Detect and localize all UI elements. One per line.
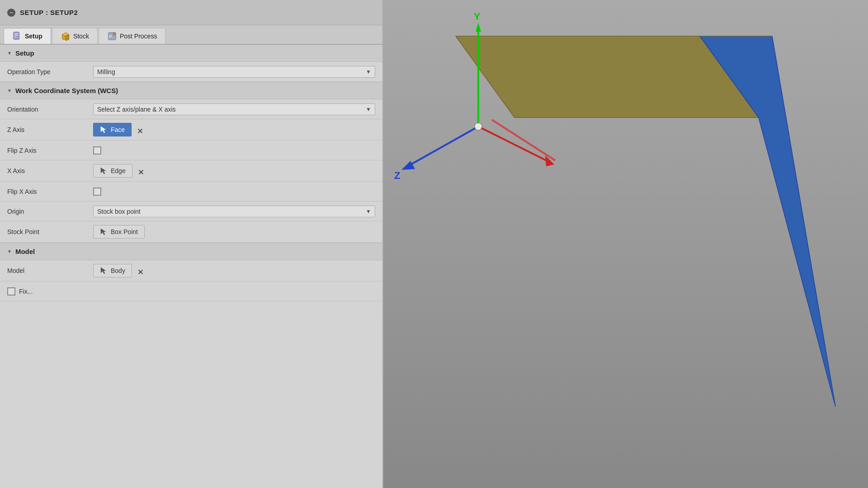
- model-section-title: Model: [15, 248, 35, 255]
- setup-section-triangle: ▼: [7, 51, 12, 56]
- partial-row-content: Fix...: [7, 287, 33, 296]
- x-axis-value: Edge ✕: [93, 164, 375, 178]
- panel-content: ▼ Setup Operation Type Milling ▼ ▼ Work …: [0, 45, 382, 488]
- stock-point-cursor-icon: [100, 228, 108, 236]
- z-axis-button[interactable]: Face: [93, 123, 132, 136]
- svg-text:Y: Y: [474, 11, 481, 22]
- tab-stock[interactable]: Stock: [52, 28, 98, 44]
- operation-type-label: Operation Type: [7, 68, 93, 75]
- z-axis-clear-button[interactable]: ✕: [137, 127, 143, 135]
- flip-z-axis-checkbox-container: [93, 146, 375, 155]
- orientation-dropdown[interactable]: Select Z axis/plane & X axis ▼: [93, 103, 375, 115]
- z-axis-cursor-icon: [100, 126, 108, 134]
- x-axis-button-label: Edge: [111, 167, 126, 174]
- scene-container: Y Z: [383, 0, 868, 488]
- left-panel: − SETUP : SETUP2 Setup Stock: [0, 0, 383, 488]
- x-axis-clear-button[interactable]: ✕: [138, 169, 144, 176]
- orientation-row: Orientation Select Z axis/plane & X axis…: [0, 99, 382, 119]
- origin-dropdown-arrow: ▼: [366, 208, 371, 215]
- flip-x-axis-label: Flip X Axis: [7, 188, 93, 195]
- origin-value: Stock box point ▼: [93, 206, 375, 217]
- operation-type-row: Operation Type Milling ▼: [0, 62, 382, 82]
- origin-label: Origin: [7, 208, 93, 215]
- tab-post-process-label: Post Process: [120, 33, 157, 40]
- svg-marker-6: [66, 34, 69, 41]
- tab-setup[interactable]: Setup: [4, 28, 51, 44]
- svg-text:P: P: [109, 34, 112, 39]
- model-clear-button[interactable]: ✕: [137, 268, 143, 276]
- model-row: Model Body ✕: [0, 260, 382, 282]
- flip-z-axis-row: Flip Z Axis: [0, 141, 382, 160]
- z-axis-label: Z Axis: [7, 126, 93, 133]
- stock-point-value: Box Point: [93, 225, 375, 239]
- x-axis-cursor-icon: [100, 167, 108, 175]
- origin-dropdown-text: Stock box point: [97, 208, 141, 215]
- origin-row: Origin Stock box point ▼: [0, 202, 382, 221]
- wcs-section-triangle: ▼: [7, 88, 12, 93]
- title-bar: − SETUP : SETUP2: [0, 0, 382, 25]
- operation-type-dropdown-text: Milling: [97, 68, 115, 75]
- stock-point-row: Stock Point Box Point: [0, 221, 382, 243]
- x-axis-button[interactable]: Edge: [93, 164, 132, 178]
- model-label: Model: [7, 267, 93, 274]
- svg-rect-3: [14, 37, 17, 38]
- z-axis-row: Z Axis Face ✕: [0, 119, 382, 141]
- partial-row: Fix...: [0, 282, 382, 301]
- scene-svg: Y Z: [383, 0, 868, 488]
- model-button[interactable]: Body: [93, 264, 132, 277]
- svg-text:Z: Z: [394, 170, 400, 181]
- flip-x-axis-checkbox-container: [93, 188, 375, 196]
- svg-marker-12: [101, 229, 106, 235]
- tab-stock-label: Stock: [73, 33, 89, 40]
- post-process-tab-icon: P: [107, 31, 117, 41]
- model-section-header[interactable]: ▼ Model: [0, 243, 382, 260]
- flip-z-axis-value: [93, 146, 375, 155]
- operation-type-dropdown-arrow: ▼: [366, 69, 371, 75]
- partial-label: Fix...: [19, 288, 33, 295]
- svg-rect-0: [14, 32, 19, 40]
- x-axis-row: X Axis Edge ✕: [0, 160, 382, 182]
- setup-section-header[interactable]: ▼ Setup: [0, 45, 382, 62]
- setup-section-title: Setup: [15, 49, 34, 57]
- tabs-bar: Setup Stock P Post Process: [0, 25, 382, 45]
- z-axis-value: Face ✕: [93, 123, 375, 136]
- svg-point-9: [113, 33, 116, 36]
- flip-z-axis-label: Flip Z Axis: [7, 147, 93, 154]
- svg-rect-2: [14, 35, 19, 36]
- setup-tab-icon: [12, 31, 22, 41]
- tab-setup-label: Setup: [25, 33, 42, 40]
- tab-post-process[interactable]: P Post Process: [99, 28, 165, 44]
- operation-type-value: Milling ▼: [93, 66, 375, 78]
- orientation-dropdown-text: Select Z axis/plane & X axis: [97, 106, 176, 113]
- svg-marker-13: [101, 267, 106, 274]
- model-button-label: Body: [111, 267, 125, 274]
- title-icon: −: [7, 9, 15, 17]
- orientation-value: Select Z axis/plane & X axis ▼: [93, 103, 375, 115]
- svg-marker-10: [101, 127, 106, 133]
- partial-checkbox[interactable]: [7, 287, 15, 296]
- wcs-section-title: Work Coordinate System (WCS): [15, 87, 118, 94]
- x-axis-label: X Axis: [7, 167, 93, 174]
- stock-point-label: Stock Point: [7, 228, 93, 235]
- model-section-triangle: ▼: [7, 249, 12, 254]
- z-axis-button-label: Face: [111, 126, 125, 133]
- flip-z-axis-checkbox[interactable]: [93, 146, 101, 155]
- origin-dropdown[interactable]: Stock box point ▼: [93, 206, 375, 217]
- svg-rect-1: [14, 33, 19, 34]
- model-value: Body ✕: [93, 264, 375, 277]
- operation-type-dropdown[interactable]: Milling ▼: [93, 66, 375, 78]
- flip-x-axis-checkbox[interactable]: [93, 188, 101, 196]
- stock-point-button[interactable]: Box Point: [93, 225, 145, 239]
- orientation-label: Orientation: [7, 106, 93, 113]
- title-text: SETUP : SETUP2: [20, 9, 78, 16]
- wcs-section-header[interactable]: ▼ Work Coordinate System (WCS): [0, 82, 382, 99]
- model-cursor-icon: [100, 267, 108, 275]
- flip-x-axis-value: [93, 188, 375, 196]
- stock-tab-icon: [61, 31, 71, 41]
- flip-x-axis-row: Flip X Axis: [0, 182, 382, 202]
- orientation-dropdown-arrow: ▼: [366, 106, 371, 113]
- svg-marker-11: [101, 168, 106, 174]
- stock-point-button-label: Box Point: [111, 228, 138, 235]
- svg-point-26: [475, 123, 482, 130]
- viewport: Y Z: [383, 0, 868, 488]
